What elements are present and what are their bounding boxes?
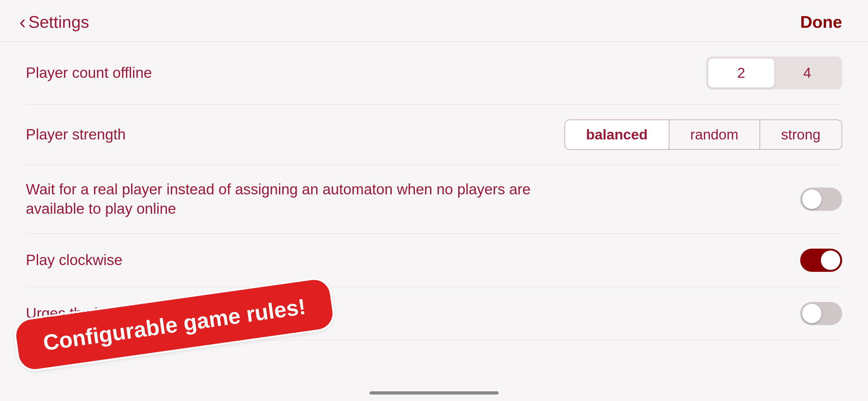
- player-count-control: 2 4: [706, 57, 842, 89]
- strength-random[interactable]: random: [670, 120, 760, 149]
- play-clockwise-row: Play clockwise: [26, 234, 842, 287]
- toggle-thumb: [821, 251, 840, 270]
- player-strength-row: Player strength balanced random strong: [26, 104, 842, 165]
- back-label: Settings: [28, 12, 89, 32]
- home-indicator: [369, 391, 499, 395]
- done-button[interactable]: Done: [800, 12, 842, 32]
- strength-strong[interactable]: strong: [760, 120, 841, 149]
- toggle-thumb: [802, 304, 822, 323]
- player-count-option-2[interactable]: 2: [708, 58, 774, 88]
- settings-page: ‹ Settings Done Player count offline 2 4…: [0, 0, 868, 401]
- settings-content: Player count offline 2 4 Player strength…: [0, 42, 868, 340]
- urges-inactive-toggle[interactable]: [800, 302, 842, 325]
- play-clockwise-label: Play clockwise: [26, 251, 575, 270]
- chevron-icon: ‹: [20, 12, 26, 32]
- play-clockwise-toggle[interactable]: [800, 249, 842, 272]
- player-strength-control: balanced random strong: [564, 120, 842, 150]
- header: ‹ Settings Done: [0, 0, 868, 42]
- back-button[interactable]: ‹ Settings: [20, 12, 89, 32]
- wait-player-toggle[interactable]: [800, 188, 842, 211]
- player-count-label: Player count offline: [26, 63, 575, 83]
- player-count-row: Player count offline 2 4: [26, 42, 842, 104]
- player-count-option-4[interactable]: 4: [774, 58, 840, 88]
- strength-balanced[interactable]: balanced: [565, 120, 670, 149]
- wait-player-label: Wait for a real player instead of assign…: [26, 180, 575, 219]
- player-strength-label: Player strength: [26, 125, 564, 144]
- wait-player-row: Wait for a real player instead of assign…: [26, 165, 842, 234]
- toggle-thumb: [802, 189, 822, 209]
